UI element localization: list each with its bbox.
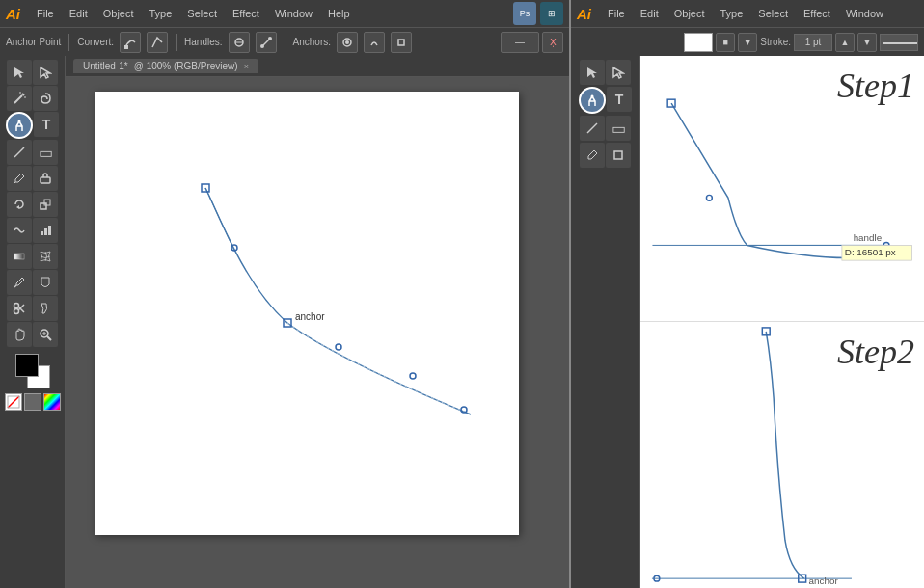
right-line-tool[interactable] xyxy=(580,116,605,141)
right-pencil-tool[interactable] xyxy=(580,143,605,168)
dash-btn[interactable]: — xyxy=(501,32,539,53)
tool-row-2 xyxy=(7,86,58,111)
convert-btn-2[interactable] xyxy=(147,32,168,53)
gradient-tool[interactable] xyxy=(7,244,32,269)
menu-effect-right[interactable]: Effect xyxy=(797,6,837,21)
menu-object-right[interactable]: Object xyxy=(667,6,712,21)
toolbar-sep-2 xyxy=(176,34,177,51)
anchors-btn-3[interactable] xyxy=(391,32,412,53)
pen-tool-active[interactable] xyxy=(6,112,33,139)
rotate-tool[interactable] xyxy=(7,192,32,217)
right-extra-tool[interactable] xyxy=(606,143,631,168)
tab-close-btn[interactable]: × xyxy=(244,62,249,71)
toolbar-sep-1 xyxy=(68,34,69,51)
selection-tool[interactable] xyxy=(7,60,32,85)
stroke-fill-toggle[interactable]: ■ xyxy=(716,33,735,52)
right-pen-tool[interactable] xyxy=(579,87,606,114)
stroke-dash-preview xyxy=(880,34,918,51)
right-selection-tool[interactable] xyxy=(580,60,605,85)
stroke-options-btn[interactable]: ▼ xyxy=(738,33,757,52)
svg-line-33 xyxy=(8,396,19,408)
rect-tool[interactable]: ▭ xyxy=(33,140,58,165)
pencil-tool[interactable] xyxy=(7,166,32,191)
svg-line-15 xyxy=(14,182,15,184)
menu-file-right[interactable]: File xyxy=(601,6,632,21)
svg-point-13 xyxy=(18,120,21,123)
lasso-tool[interactable] xyxy=(33,86,58,111)
x-btn[interactable]: X̣ xyxy=(542,32,563,53)
svg-rect-20 xyxy=(41,231,43,235)
window-divider xyxy=(569,0,571,588)
handles-label: Handles: xyxy=(184,37,222,47)
convert-btn-1[interactable] xyxy=(120,32,141,53)
anchors-btn-2[interactable] xyxy=(364,32,385,53)
stroke-up-btn[interactable]: ▲ xyxy=(835,33,855,52)
handles-btn-2[interactable] xyxy=(256,32,277,53)
menu-edit-left[interactable]: Edit xyxy=(63,6,95,21)
svg-point-5 xyxy=(268,37,272,40)
svg-text:anchor: anchor xyxy=(295,311,325,322)
scissors-tool[interactable] xyxy=(7,296,32,321)
menu-help-left[interactable]: Help xyxy=(321,6,357,21)
scale-tool[interactable] xyxy=(33,192,58,217)
fill-spectrum-btn[interactable] xyxy=(43,393,61,411)
step1-area: Step1 handle xyxy=(640,56,924,322)
zoom-tool[interactable] xyxy=(33,322,58,347)
left-menu-bar: Ai File Edit Object Type Select Effect W… xyxy=(0,0,569,27)
menu-type-right[interactable]: Type xyxy=(714,6,750,21)
right-toolbox: T ▭ xyxy=(571,56,640,588)
ps-icon[interactable]: Ps xyxy=(513,2,536,25)
fill-gradient-btn[interactable] xyxy=(24,393,41,411)
swatch-container[interactable] xyxy=(15,354,50,388)
line-tool[interactable] xyxy=(7,140,32,165)
right-rect-tool[interactable]: ▭ xyxy=(606,116,631,141)
anchors-btn-1[interactable] xyxy=(337,32,358,53)
document-tab[interactable]: Untitled-1* @ 100% (RGB/Preview) × xyxy=(73,59,258,73)
menu-type-left[interactable]: Type xyxy=(143,6,179,21)
stroke-color-swatch[interactable] xyxy=(684,33,713,52)
tool-row-6 xyxy=(7,218,58,243)
menu-select-left[interactable]: Select xyxy=(180,6,224,21)
stroke-value-input[interactable] xyxy=(794,34,832,51)
right-direct-selection-tool[interactable] xyxy=(606,60,631,85)
right-type-tool[interactable]: T xyxy=(607,87,632,112)
paint-bucket-tool[interactable] xyxy=(33,270,58,295)
eyedropper-tool[interactable] xyxy=(7,270,32,295)
svg-line-30 xyxy=(47,336,51,340)
svg-rect-16 xyxy=(41,177,50,183)
step2-area: Step2 anchor xyxy=(640,322,924,588)
menu-file-left[interactable]: File xyxy=(30,6,61,21)
step1-svg: handle D: 16501 px xyxy=(640,56,924,321)
fill-none-btn[interactable] xyxy=(5,393,22,411)
right-tool-row-pen: T xyxy=(579,87,632,114)
magic-wand-tool[interactable] xyxy=(7,86,32,111)
right-illustration-area: Step1 handle xyxy=(640,56,924,588)
direct-selection-tool[interactable] xyxy=(33,60,58,85)
grid-icon[interactable]: ⊞ xyxy=(540,2,563,25)
menu-effect-left[interactable]: Effect xyxy=(226,6,266,21)
type-tool[interactable]: T xyxy=(34,112,59,137)
chart-tool[interactable] xyxy=(33,218,58,243)
knife-tool[interactable] xyxy=(33,296,58,321)
tool-row-9 xyxy=(7,296,58,321)
tool-row-pen: T xyxy=(6,112,59,139)
menu-object-left[interactable]: Object xyxy=(96,6,141,21)
svg-point-7 xyxy=(345,40,349,44)
fill-swatch-black[interactable] xyxy=(15,354,39,377)
svg-line-14 xyxy=(14,147,24,157)
svg-rect-22 xyxy=(48,226,51,235)
menu-edit-right[interactable]: Edit xyxy=(634,6,666,21)
stroke-down-btn[interactable]: ▼ xyxy=(857,33,877,52)
menu-window-left[interactable]: Window xyxy=(268,6,319,21)
menu-select-right[interactable]: Select xyxy=(751,6,795,21)
mesh-tool[interactable] xyxy=(33,244,58,269)
svg-line-24 xyxy=(14,285,16,287)
svg-point-50 xyxy=(706,195,712,200)
warp-tool[interactable] xyxy=(7,218,32,243)
eraser-tool[interactable] xyxy=(33,166,58,191)
convert-label: Convert: xyxy=(77,37,114,47)
handles-btn-1[interactable] xyxy=(229,32,250,53)
menu-window-right[interactable]: Window xyxy=(839,6,890,21)
svg-rect-46 xyxy=(614,151,622,159)
hand-tool[interactable] xyxy=(7,322,32,347)
